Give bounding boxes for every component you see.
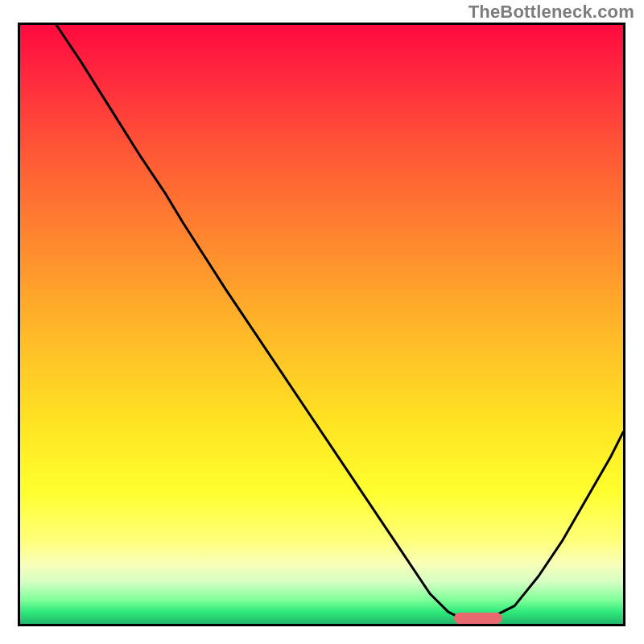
watermark-text: TheBottleneck.com <box>469 2 634 23</box>
curve-path <box>56 25 623 618</box>
optimal-range-marker <box>454 613 502 624</box>
bottleneck-curve <box>20 25 623 624</box>
chart-frame <box>18 23 625 626</box>
